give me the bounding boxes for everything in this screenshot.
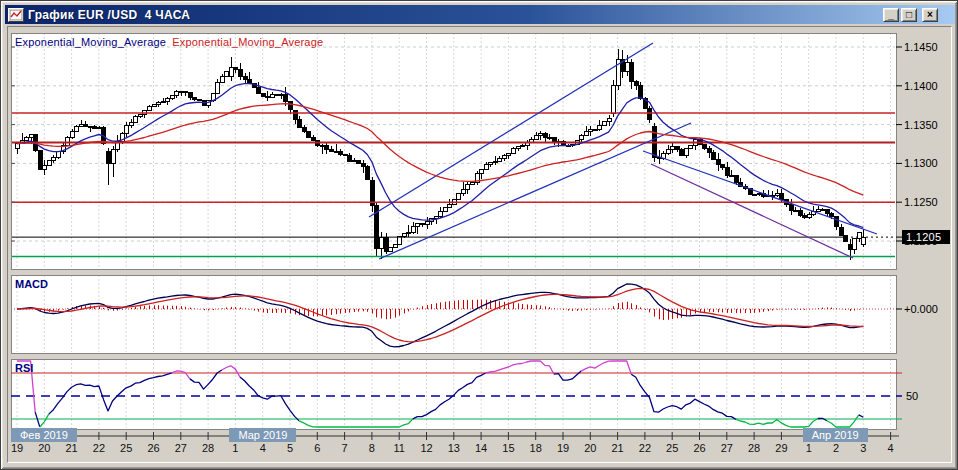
date-axis-label: 1 [796,442,822,454]
macd-panel[interactable] [11,275,897,354]
date-axis-label: 4 [250,442,276,454]
window-controls: _ □ × [883,8,952,22]
close-button[interactable]: × [922,8,938,22]
price-axis-label: 1.1300 [904,157,950,169]
date-axis-label: 18 [523,442,549,454]
rsi-label: RSI [15,362,33,374]
date-axis-label: 1 [222,442,248,454]
price-axis-label: 1.1450 [904,41,950,53]
chart-window: График EUR /USD 4 ЧАСА _ □ × Exponential… [0,0,958,470]
month-badge: Фев 2019 [11,428,77,442]
date-axis-label: 14 [468,442,494,454]
date-axis-label: 25 [659,442,685,454]
price-axis-label: 1.1350 [904,119,950,131]
month-badge: Апр 2019 [803,428,868,442]
date-axis-label: 5 [277,442,303,454]
date-axis-label: 25 [113,442,139,454]
ema-slow-label: Exponential_Moving_Average [172,36,323,48]
date-axis-label: 7 [332,442,358,454]
price-chart-panel[interactable] [11,33,897,270]
date-axis-label: 3 [850,442,876,454]
date-axis-label: 15 [495,442,521,454]
macd-zero-label: +0.000 [904,303,938,315]
rsi-panel[interactable] [11,359,897,430]
date-axis-label: 26 [687,442,713,454]
date-axis-label: 4 [878,442,904,454]
date-axis-label: 22 [632,442,658,454]
date-axis-label: 26 [141,442,167,454]
date-axis-label: 19 [550,442,576,454]
price-axis-label: 1.1250 [904,196,950,208]
macd-label: MACD [15,278,48,290]
date-axis-label: 21 [59,442,85,454]
date-axis-label: 28 [741,442,767,454]
date-axis-label: 22 [86,442,112,454]
indicator-labels: Exponential_Moving_Average Exponential_M… [15,36,323,48]
rsi-mid-label: 50 [906,390,918,402]
ema-fast-label: Exponential_Moving_Average [15,36,166,48]
date-axis-label: 13 [441,442,467,454]
date-axis-label: 12 [414,442,440,454]
month-badge: Мар 2019 [229,428,296,442]
price-axis-label: 1.1400 [904,80,950,92]
date-axis-label: 11 [386,442,412,454]
date-axis-label: 19 [4,442,30,454]
date-axis-label: 20 [577,442,603,454]
date-axis-label: 20 [31,442,57,454]
date-axis-label: 27 [168,442,194,454]
date-axis-label: 8 [359,442,385,454]
title-bar[interactable]: График EUR /USD 4 ЧАСА _ □ × [5,5,955,24]
date-axis-label: 2 [823,442,849,454]
maximize-button[interactable]: □ [901,8,917,22]
date-axis-label: 6 [304,442,330,454]
minimize-button[interactable]: _ [883,8,899,22]
date-axis-label: 29 [768,442,794,454]
date-axis-label: 21 [605,442,631,454]
date-axis-label: 27 [714,442,740,454]
current-price-tag: 1.1205 [902,230,950,244]
window-title: График EUR /USD 4 ЧАСА [28,8,190,22]
date-axis-label: 28 [195,442,221,454]
chart-icon [8,8,24,22]
